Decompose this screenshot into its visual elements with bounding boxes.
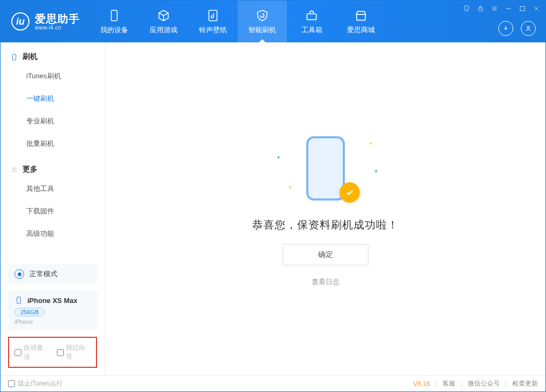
nav-smart-flash[interactable]: 智能刷机 bbox=[238, 1, 287, 42]
ok-button[interactable]: 确定 bbox=[283, 244, 368, 265]
nav-label: 工具箱 bbox=[301, 25, 322, 35]
svg-rect-4 bbox=[520, 6, 525, 11]
success-check-icon bbox=[340, 182, 360, 203]
mode-label: 正常模式 bbox=[29, 269, 57, 279]
sidebar-item-itunes-flash[interactable]: iTunes刷机 bbox=[1, 65, 105, 87]
footer-link-update[interactable]: 检查更新 bbox=[512, 379, 538, 388]
phone-outline-icon bbox=[10, 53, 18, 61]
toolbox-icon bbox=[305, 9, 319, 23]
sidebar-item-batch-flash[interactable]: 批量刷机 bbox=[1, 132, 105, 155]
sidebar-item-onekey-flash[interactable]: 一键刷机 bbox=[1, 87, 105, 110]
checkbox-input[interactable] bbox=[57, 349, 64, 356]
svg-rect-0 bbox=[112, 10, 117, 21]
sparkle-icon: ✦ bbox=[276, 154, 281, 160]
svg-rect-6 bbox=[12, 54, 16, 60]
sidebar-section-flash: 刷机 bbox=[1, 42, 105, 65]
checkbox-auto-activate[interactable]: 自动激活 bbox=[14, 343, 48, 361]
checkbox-label: 自动激活 bbox=[24, 343, 48, 361]
success-headline: 恭喜您，保资料刷机成功啦！ bbox=[252, 218, 399, 232]
shield-refresh-icon bbox=[255, 9, 269, 23]
svg-rect-2 bbox=[307, 13, 316, 19]
nav-label: 智能刷机 bbox=[248, 25, 276, 35]
brand-subtitle: www.i4.cn bbox=[35, 25, 80, 31]
checkbox-label: 阻止iTunes运行 bbox=[18, 379, 63, 388]
header-action-circles bbox=[498, 21, 536, 36]
nav-toolbox[interactable]: 工具箱 bbox=[287, 1, 336, 42]
menu-icon[interactable] bbox=[491, 5, 498, 12]
checkbox-input[interactable] bbox=[8, 380, 15, 387]
brand-logo-icon: iu bbox=[11, 12, 29, 31]
cube-icon bbox=[157, 9, 171, 23]
options-box: 自动激活 跳过向导 bbox=[8, 337, 97, 368]
version-label: V8.16 bbox=[413, 380, 430, 388]
view-log-link[interactable]: 查看日志 bbox=[312, 277, 340, 287]
checkbox-input[interactable] bbox=[14, 349, 21, 356]
sidebar-section-title: 刷机 bbox=[23, 52, 38, 62]
top-nav: 我的设备 应用游戏 铃声壁纸 智能刷机 工具箱 爱思商城 bbox=[90, 1, 386, 42]
device-capacity: 256GB bbox=[14, 308, 45, 316]
nav-apps-games[interactable]: 应用游戏 bbox=[139, 1, 188, 42]
sidebar: 刷机 iTunes刷机 一键刷机 专业刷机 批量刷机 更多 其他工具 下载固件 … bbox=[1, 42, 105, 375]
footer-link-support[interactable]: 客服 bbox=[442, 379, 455, 388]
checkbox-block-itunes[interactable]: 阻止iTunes运行 bbox=[8, 379, 63, 388]
sparkle-icon: ✦ bbox=[374, 168, 378, 174]
minimize-icon[interactable] bbox=[505, 5, 512, 12]
nav-label: 铃声壁纸 bbox=[199, 25, 227, 35]
main-content: ✦ ✦ ✦ ✦ 恭喜您，保资料刷机成功啦！ 确定 查看日志 bbox=[105, 42, 545, 375]
checkbox-label: 跳过向导 bbox=[66, 343, 91, 361]
checkbox-skip-guide[interactable]: 跳过向导 bbox=[57, 343, 91, 361]
list-icon bbox=[10, 166, 18, 174]
success-illustration: ✦ ✦ ✦ ✦ bbox=[272, 131, 379, 206]
device-phone-icon bbox=[14, 296, 23, 305]
svg-rect-3 bbox=[479, 8, 483, 11]
sparkle-icon: ✦ bbox=[288, 184, 292, 190]
sidebar-section-more: 更多 bbox=[1, 155, 105, 177]
footer: 阻止iTunes运行 V8.16 | 客服 | 微信公众号 | 检查更新 bbox=[1, 375, 545, 391]
nav-store[interactable]: 爱思商城 bbox=[336, 1, 386, 42]
sidebar-section-title: 更多 bbox=[23, 165, 38, 174]
window-controls bbox=[463, 5, 540, 12]
nav-ringtones-wallpapers[interactable]: 铃声壁纸 bbox=[188, 1, 238, 42]
maximize-icon[interactable] bbox=[519, 5, 526, 12]
device-name: iPhone XS Max bbox=[27, 297, 77, 305]
lock-icon[interactable] bbox=[477, 5, 484, 12]
app-header: iu 爱思助手 www.i4.cn 我的设备 应用游戏 铃声壁纸 智能刷机 工具… bbox=[1, 1, 545, 42]
tshirt-icon[interactable] bbox=[463, 5, 470, 12]
brand: iu 爱思助手 www.i4.cn bbox=[1, 1, 90, 42]
sparkle-icon: ✦ bbox=[368, 140, 373, 146]
mode-indicator-icon bbox=[14, 269, 24, 279]
svg-rect-7 bbox=[17, 297, 21, 304]
download-icon[interactable] bbox=[498, 21, 513, 36]
device-box[interactable]: iPhone XS Max 256GB iPhone bbox=[8, 291, 97, 330]
user-icon[interactable] bbox=[521, 21, 536, 36]
sidebar-item-download-firmware[interactable]: 下载固件 bbox=[1, 200, 105, 223]
mode-box[interactable]: 正常模式 bbox=[8, 264, 97, 284]
sidebar-item-other-tools[interactable]: 其他工具 bbox=[1, 177, 105, 200]
nav-label: 爱思商城 bbox=[347, 25, 375, 35]
close-icon[interactable] bbox=[533, 5, 540, 12]
nav-label: 我的设备 bbox=[100, 25, 128, 35]
phone-graphic-icon bbox=[306, 136, 345, 201]
nav-my-device[interactable]: 我的设备 bbox=[90, 1, 139, 42]
store-icon bbox=[354, 9, 368, 23]
device-type: iPhone bbox=[14, 319, 91, 325]
phone-icon bbox=[107, 9, 121, 23]
nav-label: 应用游戏 bbox=[150, 25, 178, 35]
svg-point-5 bbox=[527, 26, 529, 28]
sidebar-item-advanced[interactable]: 高级功能 bbox=[1, 223, 105, 245]
brand-title: 爱思助手 bbox=[35, 13, 80, 25]
music-file-icon bbox=[206, 9, 220, 23]
footer-link-wechat[interactable]: 微信公众号 bbox=[468, 379, 500, 388]
svg-rect-1 bbox=[209, 10, 217, 21]
sidebar-item-pro-flash[interactable]: 专业刷机 bbox=[1, 110, 105, 132]
